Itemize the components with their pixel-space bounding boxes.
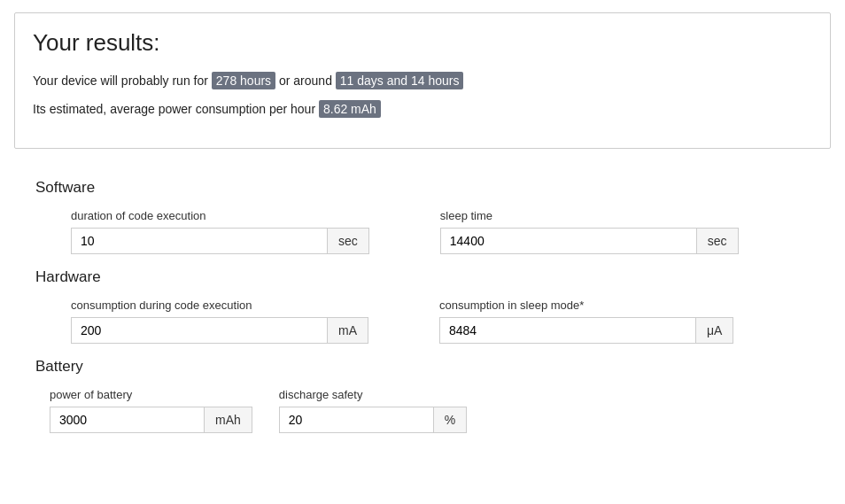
software-section: Software duration of code execution sec …	[14, 179, 831, 254]
battery-power-label: power of battery	[50, 388, 252, 401]
line1-prefix: Your device will probably run for	[33, 74, 208, 88]
sleep-time-input[interactable]	[440, 228, 697, 254]
discharge-safety-input-wrapper: %	[279, 407, 467, 433]
exec-consumption-unit: mA	[328, 317, 368, 344]
hours-highlight: 278 hours	[212, 72, 275, 89]
battery-power-field-group: power of battery mAh	[50, 388, 252, 433]
days-highlight: 11 days and 14 hours	[336, 72, 464, 89]
battery-power-unit: mAh	[205, 407, 252, 433]
exec-consumption-label: consumption during code execution	[71, 299, 368, 312]
duration-input[interactable]	[71, 228, 328, 254]
battery-power-input-wrapper: mAh	[50, 407, 252, 433]
main-content: Software duration of code execution sec …	[0, 161, 845, 451]
sleep-time-unit: sec	[697, 228, 739, 254]
battery-title: Battery	[35, 358, 831, 376]
software-fields-row: duration of code execution sec sleep tim…	[35, 209, 831, 254]
sleep-consumption-field-group: consumption in sleep mode* μA	[439, 299, 733, 344]
hardware-title: Hardware	[35, 268, 831, 286]
sleep-time-label: sleep time	[440, 209, 739, 222]
battery-section: Battery power of battery mAh discharge s…	[14, 358, 831, 433]
duration-unit: sec	[328, 228, 369, 254]
exec-consumption-field-group: consumption during code execution mA	[71, 299, 368, 344]
results-title: Your results:	[33, 29, 812, 57]
sleep-consumption-unit: μA	[696, 317, 733, 344]
hardware-fields-row: consumption during code execution mA con…	[35, 299, 831, 344]
line2-prefix: Its estimated, average power consumption…	[33, 102, 315, 116]
results-section: Your results: Your device will probably …	[14, 12, 831, 149]
results-line-2: Its estimated, average power consumption…	[33, 99, 812, 119]
sleep-time-field-group: sleep time sec	[440, 209, 739, 254]
avg-highlight: 8.62 mAh	[319, 100, 381, 118]
discharge-safety-unit: %	[434, 407, 467, 433]
exec-consumption-input-wrapper: mA	[71, 317, 368, 344]
exec-consumption-input[interactable]	[71, 317, 328, 344]
line1-middle: or around	[279, 74, 332, 88]
sleep-consumption-label: consumption in sleep mode*	[439, 299, 733, 312]
sleep-time-input-wrapper: sec	[440, 228, 739, 254]
hardware-section: Hardware consumption during code executi…	[14, 268, 831, 344]
discharge-safety-input[interactable]	[279, 407, 434, 433]
software-title: Software	[35, 179, 831, 197]
discharge-safety-field-group: discharge safety %	[279, 388, 467, 433]
sleep-consumption-input[interactable]	[439, 317, 696, 344]
duration-input-wrapper: sec	[71, 228, 369, 254]
duration-field-group: duration of code execution sec	[71, 209, 369, 254]
battery-power-input[interactable]	[50, 407, 205, 433]
duration-label: duration of code execution	[71, 209, 369, 222]
sleep-consumption-input-wrapper: μA	[439, 317, 733, 344]
battery-fields-row: power of battery mAh discharge safety %	[35, 388, 831, 433]
results-line-1: Your device will probably run for 278 ho…	[33, 71, 812, 90]
discharge-safety-label: discharge safety	[279, 388, 467, 401]
